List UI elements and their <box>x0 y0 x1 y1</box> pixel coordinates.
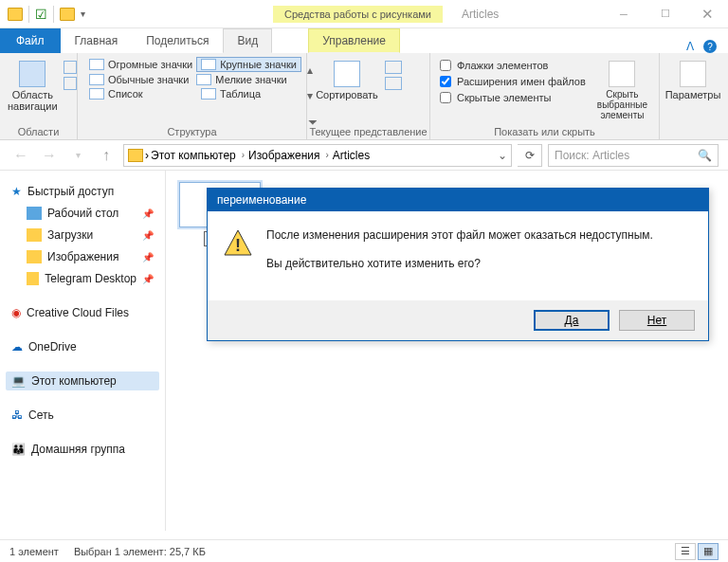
view-switcher: ☰ ▦ <box>675 543 719 560</box>
sort-button[interactable]: Сортировать <box>315 57 379 136</box>
chk-file-extensions[interactable]: Расширения имен файлов <box>438 75 588 88</box>
maximize-button[interactable]: ☐ <box>645 0 686 28</box>
tab-manage[interactable]: Управление <box>308 28 400 53</box>
onedrive-icon: ☁ <box>11 340 23 354</box>
nav-network[interactable]: 🖧Сеть <box>6 406 159 425</box>
properties-icon[interactable]: ☑ <box>35 7 47 22</box>
ribbon: Область навигации Области Огромные значк… <box>0 53 728 140</box>
layout-gallery[interactable]: Огромные значки Крупные значки Обычные з… <box>85 57 301 136</box>
pin-icon: 📌 <box>142 274 154 284</box>
tab-home[interactable]: Главная <box>61 28 133 53</box>
hide-selected-button[interactable]: Скрыть выбранные элементы <box>593 57 651 136</box>
tab-view[interactable]: Вид <box>223 28 272 53</box>
nav-quick-access[interactable]: ★Быстрый доступ <box>6 182 159 201</box>
layout-table[interactable]: Таблица <box>197 87 264 100</box>
tab-share[interactable]: Поделиться <box>132 28 223 53</box>
add-columns-icon[interactable] <box>385 61 402 74</box>
group-current-view-label: Текущее представление <box>307 126 429 137</box>
table-icon <box>201 88 216 100</box>
dialog-buttons: Да Нет <box>208 300 708 340</box>
ribbon-tabs: Файл Главная Поделиться Вид Управление ᐱ… <box>0 28 728 53</box>
dialog-text: После изменения расширения этот файл мож… <box>266 228 653 285</box>
folder-icon[interactable] <box>8 8 23 21</box>
crumb-pictures[interactable]: Изображения› <box>248 149 331 162</box>
options-button[interactable]: Параметры <box>667 57 719 136</box>
breadcrumb-dropdown-icon[interactable]: ⌄ <box>498 149 507 162</box>
layout-medium[interactable]: Обычные значки <box>85 73 192 86</box>
layout-small[interactable]: Мелкие значки <box>192 73 290 86</box>
group-options: Параметры <box>660 53 728 139</box>
crumb-folder[interactable]: Articles <box>333 149 370 162</box>
this-pc-icon: 💻 <box>11 374 26 388</box>
options-label: Параметры <box>665 89 721 100</box>
close-button[interactable]: ✕ <box>686 0 728 28</box>
group-show-hide-label: Показать или скрыть <box>430 126 659 137</box>
homegroup-icon: 👪 <box>11 443 26 456</box>
nav-pane-icon <box>19 61 46 87</box>
hide-selected-label: Скрыть выбранные элементы <box>593 89 651 120</box>
large-icons-view-button[interactable]: ▦ <box>698 543 719 560</box>
star-icon: ★ <box>11 185 22 198</box>
status-selection: Выбран 1 элемент: 25,7 КБ <box>74 546 206 557</box>
large-icon <box>201 59 216 70</box>
window-controls: ─ ☐ ✕ <box>603 0 728 28</box>
forward-button[interactable]: → <box>38 144 61 167</box>
details-pane-icon[interactable] <box>64 77 77 90</box>
nav-creative-cloud[interactable]: ◉Creative Cloud Files <box>6 303 159 322</box>
small-icon <box>196 74 211 85</box>
preview-pane-icon[interactable] <box>64 61 77 74</box>
downloads-icon <box>27 228 42 242</box>
extra-large-icon <box>89 59 104 70</box>
new-folder-icon[interactable] <box>60 8 75 21</box>
tab-file[interactable]: Файл <box>0 28 61 53</box>
window-title: Articles <box>462 8 499 21</box>
chk-hidden-items[interactable]: Скрытые элементы <box>438 91 588 104</box>
help-icon[interactable]: ? <box>703 40 717 53</box>
nav-this-pc[interactable]: 💻Этот компьютер <box>6 372 159 390</box>
separator <box>53 6 54 23</box>
up-button[interactable]: ↑ <box>95 144 118 167</box>
folder-icon <box>128 149 143 162</box>
nav-telegram[interactable]: Telegram Desktop📌 <box>6 269 159 288</box>
navigation-pane[interactable]: ★Быстрый доступ Рабочий стол📌 Загрузки📌 … <box>0 171 166 531</box>
nav-downloads[interactable]: Загрузки📌 <box>6 226 159 245</box>
no-button[interactable]: Нет <box>619 310 695 331</box>
layout-large[interactable]: Крупные значки <box>196 57 301 72</box>
creative-cloud-icon: ◉ <box>11 306 21 319</box>
details-view-button[interactable]: ☰ <box>675 543 696 560</box>
layout-list[interactable]: Список <box>85 87 197 100</box>
group-layout-label: Структура <box>78 126 306 137</box>
group-panes: Область навигации Области <box>0 53 78 139</box>
nav-pictures[interactable]: Изображения📌 <box>6 247 159 266</box>
minimize-button[interactable]: ─ <box>603 0 645 28</box>
nav-pane-button[interactable]: Область навигации <box>8 57 58 136</box>
folder-icon <box>27 272 39 285</box>
nav-desktop[interactable]: Рабочий стол📌 <box>6 204 159 223</box>
nav-onedrive[interactable]: ☁OneDrive <box>6 337 159 356</box>
search-box[interactable]: Поиск: Articles 🔍 <box>548 144 719 167</box>
yes-button[interactable]: Да <box>534 310 610 331</box>
nav-pane-label: Область навигации <box>8 89 58 112</box>
nav-homegroup[interactable]: 👪Домашняя группа <box>6 440 159 459</box>
size-columns-icon[interactable] <box>385 77 402 90</box>
back-button[interactable]: ← <box>9 144 32 167</box>
group-show-hide: Флажки элементов Расширения имен файлов … <box>430 53 660 139</box>
crumb-this-pc[interactable]: Этот компьютер› <box>151 149 246 162</box>
chevron-right-icon[interactable]: › <box>145 149 149 162</box>
dialog-line1: После изменения расширения этот файл мож… <box>266 228 653 242</box>
refresh-button[interactable]: ⟳ <box>518 144 542 167</box>
chk-item-checkboxes[interactable]: Флажки элементов <box>438 59 588 72</box>
qat-dropdown-icon[interactable]: ▾ <box>81 9 85 19</box>
sort-icon <box>334 61 360 87</box>
rename-dialog: переименование ! После изменения расшире… <box>207 188 709 341</box>
medium-icon <box>89 74 104 85</box>
layout-extra-large[interactable]: Огромные значки <box>85 57 196 72</box>
dialog-title: переименование <box>208 189 708 211</box>
title-bar: ☑ ▾ Средства работы с рисунками Articles… <box>0 0 728 28</box>
minimize-ribbon-icon[interactable]: ᐱ <box>686 40 694 53</box>
breadcrumb[interactable]: › Этот компьютер› Изображения› Articles … <box>123 144 512 167</box>
warning-icon: ! <box>223 228 253 259</box>
desktop-icon <box>27 207 42 220</box>
history-dropdown[interactable]: ▾ <box>66 144 89 167</box>
svg-text:!: ! <box>235 236 241 255</box>
